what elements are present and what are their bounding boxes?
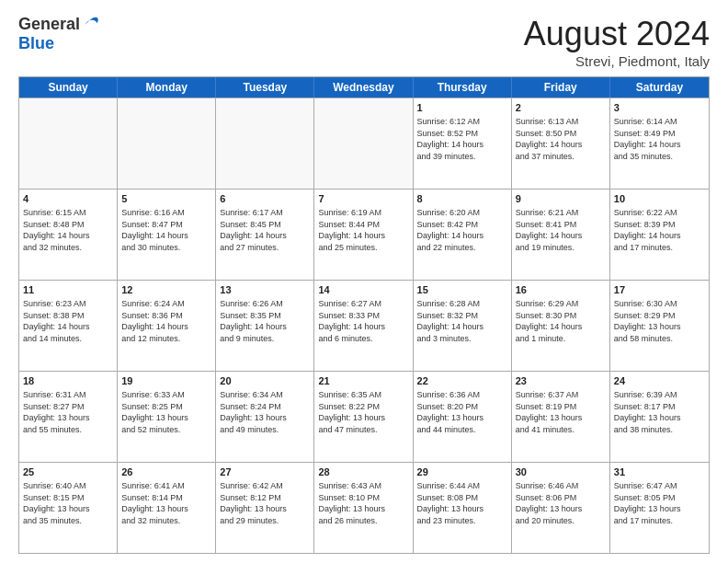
- day-info: Sunrise: 6:34 AM Sunset: 8:24 PM Dayligh…: [220, 390, 287, 434]
- empty-cell: [19, 98, 118, 189]
- title-block: August 2024 Strevi, Piedmont, Italy: [524, 15, 710, 69]
- day-cell-18: 18Sunrise: 6:31 AM Sunset: 8:27 PM Dayli…: [19, 372, 118, 462]
- day-cell-3: 3Sunrise: 6:14 AM Sunset: 8:49 PM Daylig…: [610, 98, 709, 189]
- day-number: 2: [516, 101, 606, 115]
- day-number: 19: [121, 374, 211, 388]
- day-number: 15: [417, 283, 507, 297]
- day-number: 10: [614, 192, 705, 206]
- header-day-sunday: Sunday: [19, 77, 118, 98]
- day-number: 25: [23, 465, 113, 479]
- day-cell-26: 26Sunrise: 6:41 AM Sunset: 8:14 PM Dayli…: [118, 463, 216, 553]
- day-number: 20: [220, 374, 310, 388]
- day-info: Sunrise: 6:30 AM Sunset: 8:29 PM Dayligh…: [614, 299, 681, 343]
- empty-cell: [118, 98, 216, 189]
- month-title: August 2024: [524, 15, 710, 53]
- day-info: Sunrise: 6:33 AM Sunset: 8:25 PM Dayligh…: [121, 390, 188, 434]
- day-cell-29: 29Sunrise: 6:44 AM Sunset: 8:08 PM Dayli…: [414, 463, 512, 553]
- day-info: Sunrise: 6:28 AM Sunset: 8:32 PM Dayligh…: [417, 299, 484, 343]
- day-cell-16: 16Sunrise: 6:29 AM Sunset: 8:30 PM Dayli…: [512, 281, 610, 371]
- day-number: 7: [318, 192, 408, 206]
- day-cell-8: 8Sunrise: 6:20 AM Sunset: 8:42 PM Daylig…: [414, 190, 512, 280]
- calendar-header: SundayMondayTuesdayWednesdayThursdayFrid…: [19, 77, 709, 98]
- day-cell-27: 27Sunrise: 6:42 AM Sunset: 8:12 PM Dayli…: [216, 463, 314, 553]
- day-info: Sunrise: 6:27 AM Sunset: 8:33 PM Dayligh…: [318, 299, 385, 343]
- day-info: Sunrise: 6:26 AM Sunset: 8:35 PM Dayligh…: [220, 299, 287, 343]
- day-number: 9: [516, 192, 606, 206]
- day-number: 31: [614, 465, 705, 479]
- day-cell-28: 28Sunrise: 6:43 AM Sunset: 8:10 PM Dayli…: [314, 463, 413, 553]
- week-row-0: 1Sunrise: 6:12 AM Sunset: 8:52 PM Daylig…: [19, 98, 709, 189]
- day-number: 12: [121, 283, 211, 297]
- day-cell-2: 2Sunrise: 6:13 AM Sunset: 8:50 PM Daylig…: [512, 98, 610, 189]
- day-number: 24: [614, 374, 705, 388]
- day-info: Sunrise: 6:14 AM Sunset: 8:49 PM Dayligh…: [614, 117, 681, 161]
- day-info: Sunrise: 6:36 AM Sunset: 8:20 PM Dayligh…: [417, 390, 484, 434]
- day-number: 16: [516, 283, 606, 297]
- day-cell-1: 1Sunrise: 6:12 AM Sunset: 8:52 PM Daylig…: [414, 98, 512, 189]
- day-number: 27: [220, 465, 310, 479]
- day-number: 14: [318, 283, 408, 297]
- day-info: Sunrise: 6:43 AM Sunset: 8:10 PM Dayligh…: [318, 481, 385, 525]
- day-number: 21: [318, 374, 408, 388]
- day-cell-31: 31Sunrise: 6:47 AM Sunset: 8:05 PM Dayli…: [610, 463, 709, 553]
- day-cell-30: 30Sunrise: 6:46 AM Sunset: 8:06 PM Dayli…: [512, 463, 610, 553]
- logo-blue-text: Blue: [18, 34, 54, 52]
- day-info: Sunrise: 6:22 AM Sunset: 8:39 PM Dayligh…: [614, 208, 681, 252]
- day-number: 13: [220, 283, 310, 297]
- day-cell-7: 7Sunrise: 6:19 AM Sunset: 8:44 PM Daylig…: [314, 190, 413, 280]
- day-cell-17: 17Sunrise: 6:30 AM Sunset: 8:29 PM Dayli…: [610, 281, 709, 371]
- day-info: Sunrise: 6:21 AM Sunset: 8:41 PM Dayligh…: [516, 208, 583, 252]
- day-cell-13: 13Sunrise: 6:26 AM Sunset: 8:35 PM Dayli…: [216, 281, 314, 371]
- day-number: 8: [417, 192, 507, 206]
- day-number: 26: [121, 465, 211, 479]
- day-info: Sunrise: 6:40 AM Sunset: 8:15 PM Dayligh…: [23, 481, 90, 525]
- day-cell-20: 20Sunrise: 6:34 AM Sunset: 8:24 PM Dayli…: [216, 372, 314, 462]
- day-number: 28: [318, 465, 408, 479]
- day-cell-25: 25Sunrise: 6:40 AM Sunset: 8:15 PM Dayli…: [19, 463, 118, 553]
- day-cell-21: 21Sunrise: 6:35 AM Sunset: 8:22 PM Dayli…: [314, 372, 413, 462]
- day-info: Sunrise: 6:17 AM Sunset: 8:45 PM Dayligh…: [220, 208, 287, 252]
- week-row-1: 4Sunrise: 6:15 AM Sunset: 8:48 PM Daylig…: [19, 189, 709, 280]
- day-number: 29: [417, 465, 507, 479]
- header-day-friday: Friday: [512, 77, 610, 98]
- location: Strevi, Piedmont, Italy: [524, 53, 710, 69]
- day-cell-12: 12Sunrise: 6:24 AM Sunset: 8:36 PM Dayli…: [118, 281, 216, 371]
- day-number: 4: [23, 192, 113, 206]
- day-number: 6: [220, 192, 310, 206]
- day-cell-14: 14Sunrise: 6:27 AM Sunset: 8:33 PM Dayli…: [314, 281, 413, 371]
- day-cell-11: 11Sunrise: 6:23 AM Sunset: 8:38 PM Dayli…: [19, 281, 118, 371]
- day-number: 22: [417, 374, 507, 388]
- day-info: Sunrise: 6:39 AM Sunset: 8:17 PM Dayligh…: [614, 390, 681, 434]
- day-number: 30: [516, 465, 606, 479]
- day-info: Sunrise: 6:20 AM Sunset: 8:42 PM Dayligh…: [417, 208, 484, 252]
- header: General Blue August 2024 Strevi, Piedmon…: [18, 15, 710, 69]
- day-info: Sunrise: 6:16 AM Sunset: 8:47 PM Dayligh…: [121, 208, 188, 252]
- page: General Blue August 2024 Strevi, Piedmon…: [0, 0, 728, 563]
- calendar-body: 1Sunrise: 6:12 AM Sunset: 8:52 PM Daylig…: [19, 98, 709, 553]
- day-info: Sunrise: 6:23 AM Sunset: 8:38 PM Dayligh…: [23, 299, 90, 343]
- day-info: Sunrise: 6:37 AM Sunset: 8:19 PM Dayligh…: [516, 390, 583, 434]
- day-info: Sunrise: 6:31 AM Sunset: 8:27 PM Dayligh…: [23, 390, 90, 434]
- day-cell-24: 24Sunrise: 6:39 AM Sunset: 8:17 PM Dayli…: [610, 372, 709, 462]
- day-number: 3: [614, 101, 705, 115]
- logo: General Blue: [18, 15, 100, 53]
- week-row-4: 25Sunrise: 6:40 AM Sunset: 8:15 PM Dayli…: [19, 462, 709, 553]
- logo-bird-icon: [82, 16, 100, 34]
- day-info: Sunrise: 6:13 AM Sunset: 8:50 PM Dayligh…: [516, 117, 583, 161]
- day-cell-4: 4Sunrise: 6:15 AM Sunset: 8:48 PM Daylig…: [19, 190, 118, 280]
- day-cell-23: 23Sunrise: 6:37 AM Sunset: 8:19 PM Dayli…: [512, 372, 610, 462]
- week-row-2: 11Sunrise: 6:23 AM Sunset: 8:38 PM Dayli…: [19, 280, 709, 371]
- header-day-saturday: Saturday: [610, 77, 709, 98]
- empty-cell: [216, 98, 314, 189]
- day-info: Sunrise: 6:41 AM Sunset: 8:14 PM Dayligh…: [121, 481, 188, 525]
- header-day-thursday: Thursday: [414, 77, 512, 98]
- day-cell-6: 6Sunrise: 6:17 AM Sunset: 8:45 PM Daylig…: [216, 190, 314, 280]
- logo-general-text: General: [18, 15, 80, 34]
- day-info: Sunrise: 6:44 AM Sunset: 8:08 PM Dayligh…: [417, 481, 484, 525]
- day-info: Sunrise: 6:24 AM Sunset: 8:36 PM Dayligh…: [121, 299, 188, 343]
- day-number: 18: [23, 374, 113, 388]
- day-cell-9: 9Sunrise: 6:21 AM Sunset: 8:41 PM Daylig…: [512, 190, 610, 280]
- day-number: 1: [417, 101, 507, 115]
- day-cell-22: 22Sunrise: 6:36 AM Sunset: 8:20 PM Dayli…: [414, 372, 512, 462]
- day-number: 5: [121, 192, 211, 206]
